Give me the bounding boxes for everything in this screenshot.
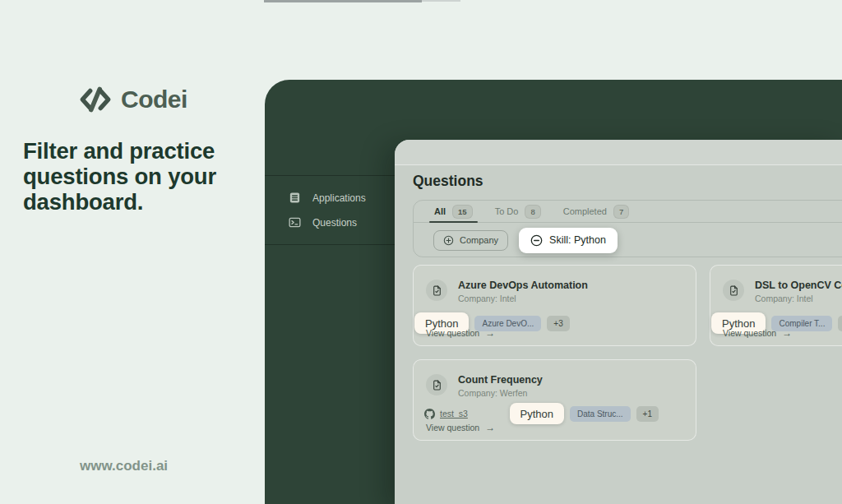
tabs-and-filters-box: All 15 To Do 8 Completed 7	[413, 200, 842, 257]
card-header: Count Frequency Company: Werfen	[426, 374, 684, 398]
tag-more-count[interactable]: +1	[636, 406, 659, 422]
tag-more-count[interactable]: +3	[547, 316, 569, 331]
headline-line: Filter and practice	[23, 138, 216, 164]
dashboard-header-bar	[395, 140, 842, 165]
sidebar-item-applications[interactable]: Applications	[265, 192, 395, 204]
question-company: Company: Intel	[755, 294, 842, 303]
card-meta: DSL to OpenCV Compiler Company: Intel	[755, 280, 842, 303]
tab-all[interactable]: All 15	[434, 201, 473, 222]
code-brackets-icon	[78, 84, 113, 115]
view-question-link[interactable]: View question →	[426, 423, 495, 432]
document-check-icon	[426, 374, 447, 395]
dashboard: Questions All 15 To Do 8 Completed 7	[395, 140, 842, 504]
github-icon	[424, 409, 435, 419]
plus-circle-icon	[443, 235, 454, 246]
question-title: Azure DevOps Automation	[458, 280, 588, 291]
tab-label: All	[434, 206, 446, 216]
question-cards-grid: Azure DevOps Automation Company: Intel P…	[413, 265, 842, 441]
repo-and-tags-row: test_s3 Python Data Struc... +1	[426, 403, 684, 424]
sidebar-item-questions[interactable]: Questions	[265, 216, 395, 229]
filter-label: Company	[460, 235, 498, 245]
card-header: DSL to OpenCV Compiler Company: Intel	[723, 280, 842, 303]
tab-completed[interactable]: Completed 7	[563, 201, 630, 222]
question-title: DSL to OpenCV Compiler	[755, 280, 842, 291]
minus-circle-icon	[530, 234, 543, 247]
tag-topic[interactable]: Data Struc...	[570, 406, 631, 422]
filter-bar: Company Skill: Python	[414, 223, 842, 257]
tag-more-count[interactable]: +4	[838, 316, 842, 331]
brand-name: Codei	[121, 86, 187, 113]
filter-label: Skill: Python	[549, 234, 606, 246]
filter-skill-python-button[interactable]: Skill: Python	[519, 228, 618, 253]
app-panel: Applications Questions Questions All 15 …	[265, 80, 842, 504]
question-company: Company: Werfen	[458, 388, 543, 398]
card-meta: Azure DevOps Automation Company: Intel	[458, 280, 588, 303]
window-edge-strip	[264, 0, 422, 2]
applications-list-icon	[289, 192, 301, 204]
question-card: DSL to OpenCV Compiler Company: Intel Py…	[710, 265, 842, 346]
document-check-icon	[723, 280, 744, 301]
view-question-link[interactable]: View question →	[723, 328, 792, 338]
terminal-icon	[289, 216, 301, 229]
tab-count-badge: 7	[613, 205, 629, 219]
document-check-icon	[426, 280, 447, 301]
tag-row: Python Data Struc... +1	[510, 403, 659, 424]
question-card: Count Frequency Company: Werfen test_s3 …	[413, 359, 696, 441]
page-title: Questions	[413, 173, 483, 190]
tab-todo[interactable]: To Do 8	[495, 201, 541, 222]
sidebar: Applications Questions	[265, 175, 395, 245]
tab-count-badge: 8	[525, 205, 540, 219]
arrow-right-icon: →	[485, 423, 495, 432]
tab-bar: All 15 To Do 8 Completed 7	[414, 201, 842, 223]
sidebar-item-label: Questions	[312, 217, 357, 229]
view-question-link[interactable]: View question →	[426, 328, 495, 338]
arrow-right-icon: →	[782, 328, 792, 338]
arrow-right-icon: →	[485, 328, 495, 338]
repo-link[interactable]: test_s3	[440, 409, 468, 418]
question-card: Azure DevOps Automation Company: Intel P…	[413, 265, 696, 346]
filter-company-button[interactable]: Company	[433, 230, 508, 251]
tab-count-badge: 15	[452, 205, 473, 219]
headline-line: dashboard.	[23, 189, 216, 215]
headline-line: questions on your	[23, 164, 216, 189]
question-company: Company: Intel	[458, 294, 588, 303]
card-meta: Count Frequency Company: Werfen	[458, 374, 543, 398]
brand-logo: Codei	[78, 84, 187, 115]
card-header: Azure DevOps Automation Company: Intel	[426, 280, 684, 303]
tag-python[interactable]: Python	[510, 403, 564, 424]
headline: Filter and practice questions on your da…	[23, 138, 216, 215]
tab-label: Completed	[563, 206, 607, 216]
tab-label: To Do	[495, 206, 519, 216]
window-edge-strip-light	[422, 0, 460, 2]
website-url: www.codei.ai	[80, 458, 168, 474]
question-title: Count Frequency	[458, 374, 543, 386]
sidebar-item-label: Applications	[312, 192, 366, 204]
repo-group: test_s3	[424, 409, 468, 419]
